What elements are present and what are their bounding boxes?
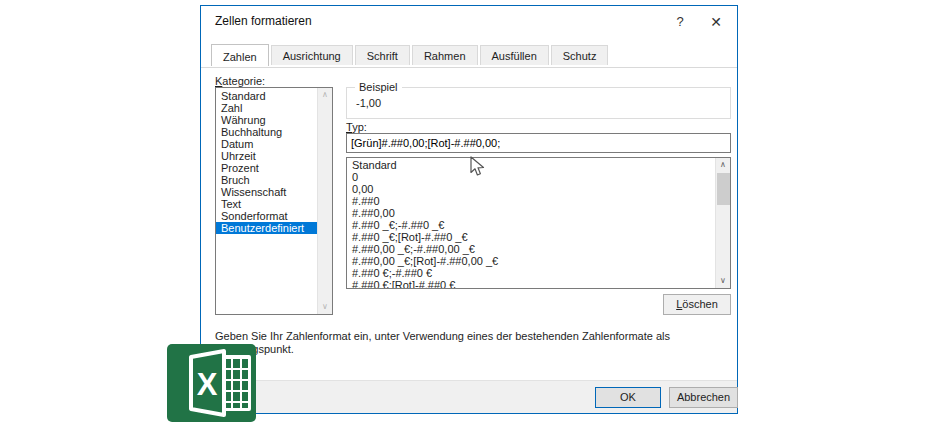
scrollbar-thumb[interactable] [717,173,730,205]
type-option[interactable]: 0 [347,171,714,183]
type-input[interactable] [346,133,731,153]
example-value: -1,00 [356,97,381,109]
category-item[interactable]: Uhrzeit [216,150,317,162]
tab[interactable]: Zahlen [211,44,269,66]
category-item[interactable]: Benutzerdefiniert [216,222,317,234]
tab[interactable]: Schrift [355,45,410,65]
type-option[interactable]: #.##0,00 [347,207,714,219]
scroll-down-icon[interactable]: ∨ [716,274,730,288]
category-item[interactable]: Bruch [216,174,317,186]
type-option[interactable]: #.##0 _€;-#.##0 _€ [347,219,714,231]
category-item[interactable]: Sonderformat [216,210,317,222]
type-option[interactable]: #.##0 €;-#.##0 € [347,267,714,279]
category-item[interactable]: Wissenschaft [216,186,317,198]
category-item[interactable]: Datum [216,138,317,150]
scroll-up-icon[interactable]: ∧ [318,88,332,102]
type-option[interactable]: #.##0 [347,195,714,207]
type-option[interactable]: #.##0,00 _€;-#.##0,00 _€ [347,243,714,255]
example-groupbox: Beispiel -1,00 [346,87,731,119]
dialog-title: Zellen formatieren [215,14,312,28]
category-item[interactable]: Buchhaltung [216,126,317,138]
cancel-button[interactable]: Abbrechen [669,387,738,408]
dialog-footer: OK Abbrechen [201,380,737,413]
tab-page-zahlen: Kategorie: StandardZahlWährungBuchhaltun… [201,68,737,381]
category-item[interactable]: Zahl [216,102,317,114]
type-listbox[interactable]: Standard00,00#.##0#.##0,00#.##0 _€;-#.##… [346,157,731,289]
excel-logo-icon: X [167,344,256,422]
type-option[interactable]: Standard [347,159,714,171]
category-item[interactable]: Währung [216,114,317,126]
tab-strip: ZahlenAusrichtungSchriftRahmenAusfüllenS… [201,39,737,68]
category-listbox[interactable]: StandardZahlWährungBuchhaltungDatumUhrze… [215,87,333,315]
screen: Zellen formatieren ? ✕ ZahlenAusrichtung… [0,0,925,423]
help-icon[interactable]: ? [665,11,695,33]
tab[interactable]: Rahmen [412,45,478,65]
type-label: Typ: [346,121,367,133]
category-label: Kategorie: [215,75,265,87]
category-item[interactable]: Standard [216,90,317,102]
type-option[interactable]: #.##0,00 _€;[Rot]-#.##0,00 _€ [347,255,714,267]
format-cells-dialog: Zellen formatieren ? ✕ ZahlenAusrichtung… [200,5,738,414]
delete-button[interactable]: Löschen [663,294,731,315]
category-item[interactable]: Text [216,198,317,210]
dialog-help-text: Geben Sie Ihr Zahlenformat ein, unter Ve… [215,330,731,356]
tab[interactable]: Ausfüllen [480,45,549,65]
close-icon[interactable]: ✕ [701,11,731,33]
ok-button[interactable]: OK [595,387,661,408]
example-label: Beispiel [355,81,402,93]
svg-text:X: X [197,367,218,402]
tab[interactable]: Ausrichtung [271,45,353,65]
dialog-titlebar[interactable]: Zellen formatieren ? ✕ [201,6,737,37]
type-option[interactable]: #.##0 €;[Rot]-#.##0 € [347,279,714,289]
tab[interactable]: Schutz [551,45,609,65]
type-option[interactable]: 0,00 [347,183,714,195]
type-scrollbar[interactable]: ∧ ∨ [715,158,730,288]
scroll-down-icon[interactable]: ∨ [318,300,332,314]
mouse-cursor-icon [470,156,485,178]
scroll-up-icon[interactable]: ∧ [716,158,730,172]
category-scrollbar[interactable]: ∧ ∨ [317,88,332,314]
type-option[interactable]: #.##0 _€;[Rot]-#.##0 _€ [347,231,714,243]
category-item[interactable]: Prozent [216,162,317,174]
